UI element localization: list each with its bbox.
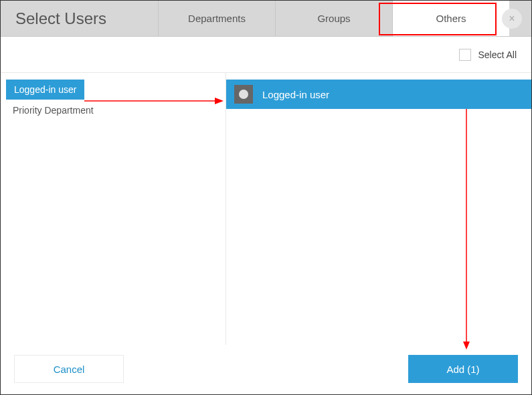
select-all-checkbox[interactable] [459, 49, 471, 61]
tab-departments[interactable]: Departments [158, 1, 275, 36]
close-button[interactable]: × [502, 9, 522, 29]
tab-others[interactable]: Others [392, 1, 509, 36]
cancel-button[interactable]: Cancel [14, 355, 124, 383]
left-item-logged-in-user[interactable]: Logged-in user [6, 80, 84, 100]
tab-groups[interactable]: Groups [275, 1, 392, 36]
dialog-footer: Cancel Add (1) [1, 344, 531, 394]
tab-bar: Departments Groups Others [158, 1, 531, 36]
dialog-title: Select Users [1, 1, 158, 36]
avatar-dot-icon [239, 90, 248, 99]
left-pane: Logged-in user Priority Department [1, 73, 226, 345]
close-icon: × [509, 13, 515, 25]
avatar-icon [234, 85, 253, 104]
select-all-label: Select All [478, 49, 517, 60]
user-row-logged-in-user[interactable]: Logged-in user [226, 80, 531, 109]
add-button[interactable]: Add (1) [408, 355, 518, 383]
dialog-header: Select Users Departments Groups Others × [1, 1, 531, 37]
toolbar: Select All [1, 37, 531, 73]
right-pane: Logged-in user [226, 73, 531, 345]
user-label: Logged-in user [262, 89, 329, 100]
left-item-priority-department[interactable]: Priority Department [1, 100, 226, 121]
content-area: Logged-in user Priority Department Logge… [1, 73, 531, 345]
